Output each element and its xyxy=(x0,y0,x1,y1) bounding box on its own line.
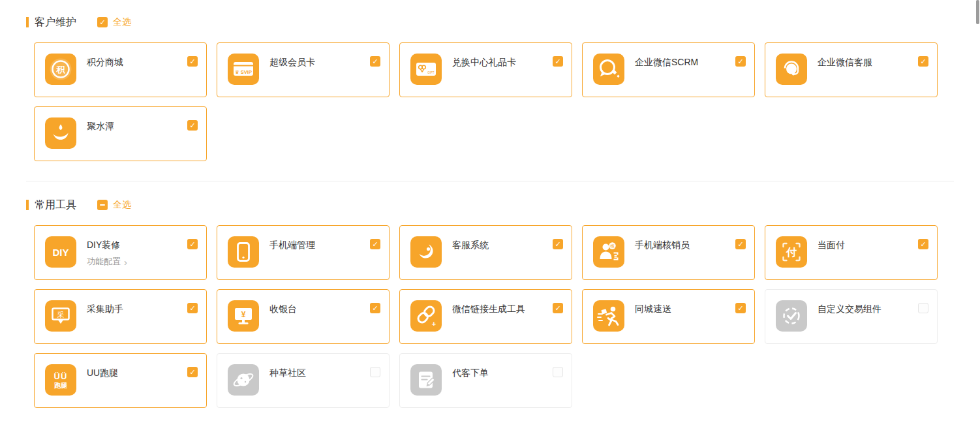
select-all-checkbox[interactable] xyxy=(97,200,108,210)
service-system-icon xyxy=(410,236,442,268)
app-label: 代客下单 xyxy=(452,367,489,379)
app-checkbox[interactable] xyxy=(187,367,198,377)
app-label: 客服系统 xyxy=(452,240,489,251)
city-delivery-icon xyxy=(593,300,624,332)
app-checkbox[interactable] xyxy=(553,303,563,313)
app-checkbox[interactable] xyxy=(370,239,380,249)
svg-text:¥: ¥ xyxy=(241,310,246,319)
select-all-checkbox[interactable] xyxy=(97,17,108,27)
app-label: UU跑腿 xyxy=(87,367,118,379)
cashier-icon: ¥ xyxy=(228,300,259,332)
app-card[interactable]: 积 积分商城 xyxy=(34,42,207,97)
section-customer-maintenance: 客户维护 全选 积 积分商城 ♛ SVIP 超级会员卡 GIFT 兑换中心礼品卡… xyxy=(26,16,954,161)
section-common-tools: 常用工具 全选 DIY DIY装修 功能配置› 手机端管理 客服系统 核 手机端… xyxy=(26,199,954,408)
app-card[interactable]: DIY DIY装修 功能配置› xyxy=(34,225,207,280)
app-label: 微信链接生成工具 xyxy=(452,304,525,315)
valet-order-icon xyxy=(410,364,442,396)
app-checkbox[interactable] xyxy=(187,239,198,249)
svg-text:跑腿: 跑腿 xyxy=(54,382,68,389)
app-checkbox[interactable] xyxy=(918,303,928,313)
app-card[interactable]: 付 当面付 xyxy=(765,225,938,280)
svg-text:GIFT: GIFT xyxy=(427,71,434,74)
chevron-right-icon: › xyxy=(124,257,127,267)
section-header: 客户维护 全选 xyxy=(26,16,954,28)
app-checkbox[interactable] xyxy=(553,367,563,377)
app-card[interactable]: GIFT 兑换中心礼品卡 xyxy=(399,42,572,97)
app-card[interactable]: ÜÜ跑腿 UU跑腿 xyxy=(34,353,207,408)
svg-text:♛ SVIP: ♛ SVIP xyxy=(235,69,252,75)
app-label: 同城速送 xyxy=(635,304,671,315)
diy-icon: DIY xyxy=(45,236,76,268)
app-checkbox[interactable] xyxy=(553,239,563,249)
app-card[interactable]: 企业微信SCRM xyxy=(582,42,755,97)
svg-text:付: 付 xyxy=(786,247,797,258)
app-label: 手机端核销员 xyxy=(635,240,690,251)
section-divider xyxy=(26,181,954,181)
section-header: 常用工具 全选 xyxy=(26,199,954,211)
mobile-admin-icon xyxy=(228,236,259,268)
app-checkbox[interactable] xyxy=(553,56,563,67)
svg-text:DIY: DIY xyxy=(52,247,69,258)
app-checkbox[interactable] xyxy=(187,56,198,67)
app-label: 积分商城 xyxy=(87,57,123,69)
app-checkbox[interactable] xyxy=(370,367,380,377)
config-link-label: 功能配置 xyxy=(87,256,121,268)
wecom-scrm-icon xyxy=(593,54,624,85)
app-label: 收银台 xyxy=(269,304,297,315)
app-label: 手机端管理 xyxy=(269,240,315,251)
app-label: 自定义交易组件 xyxy=(818,304,881,315)
app-label: 兑换中心礼品卡 xyxy=(452,57,516,69)
app-card[interactable]: 手机端管理 xyxy=(217,225,390,280)
app-card[interactable]: 采 采集助手 xyxy=(34,289,207,344)
app-grid: DIY DIY装修 功能配置› 手机端管理 客服系统 核 手机端核销员 付 当面… xyxy=(34,225,941,408)
app-checkbox[interactable] xyxy=(187,120,198,131)
app-card[interactable]: 客服系统 xyxy=(399,225,572,280)
collect-helper-icon: 采 xyxy=(45,300,76,332)
select-all[interactable]: 全选 xyxy=(97,199,131,211)
svg-text:积: 积 xyxy=(56,65,66,74)
app-card[interactable]: 自定义交易组件 xyxy=(765,289,938,344)
section-accent-bar xyxy=(26,200,29,210)
app-card[interactable]: 种草社区 xyxy=(217,353,390,408)
app-grid: 积 积分商城 ♛ SVIP 超级会员卡 GIFT 兑换中心礼品卡 企业微信SCR… xyxy=(34,42,941,161)
section-title: 常用工具 xyxy=(35,199,76,211)
svg-text:ÜÜ: ÜÜ xyxy=(54,371,68,381)
select-all[interactable]: 全选 xyxy=(97,16,131,28)
face-pay-icon: 付 xyxy=(776,236,807,268)
mobile-verifier-icon: 核 xyxy=(593,236,624,268)
app-checkbox[interactable] xyxy=(187,303,198,313)
uu-errand-icon: ÜÜ跑腿 xyxy=(45,364,76,396)
grass-community-icon xyxy=(228,364,259,396)
app-checkbox[interactable] xyxy=(370,56,380,67)
wecom-service-icon xyxy=(776,54,807,85)
app-card[interactable]: ¥ 收银台 xyxy=(217,289,390,344)
scrollbar-thumb[interactable] xyxy=(976,0,979,24)
app-card[interactable]: 聚水潭 xyxy=(34,106,207,161)
svg-text:核: 核 xyxy=(609,243,615,248)
app-checkbox[interactable] xyxy=(735,239,746,249)
section-accent-bar xyxy=(26,17,29,27)
svg-text:采: 采 xyxy=(57,311,65,319)
app-card[interactable]: 核 手机端核销员 xyxy=(582,225,755,280)
wechat-link-icon: + xyxy=(410,300,442,332)
app-card[interactable]: + 微信链接生成工具 xyxy=(399,289,572,344)
app-card[interactable]: 企业微信客服 xyxy=(765,42,938,97)
app-label: DIY装修 xyxy=(87,240,120,251)
app-card[interactable]: 同城速送 xyxy=(582,289,755,344)
app-card[interactable]: ♛ SVIP 超级会员卡 xyxy=(217,42,390,97)
app-checkbox[interactable] xyxy=(918,56,928,67)
app-checkbox[interactable] xyxy=(735,56,746,67)
select-all-label: 全选 xyxy=(113,199,131,211)
jushuitan-icon xyxy=(45,117,76,149)
custom-trade-icon xyxy=(776,300,807,332)
app-card[interactable]: 代客下单 xyxy=(399,353,572,408)
app-checkbox[interactable] xyxy=(370,303,380,313)
config-link[interactable]: 功能配置› xyxy=(87,256,127,268)
app-checkbox[interactable] xyxy=(918,239,928,249)
svip-card-icon: ♛ SVIP xyxy=(228,54,259,85)
app-plugins-page: 客户维护 全选 积 积分商城 ♛ SVIP 超级会员卡 GIFT 兑换中心礼品卡… xyxy=(0,0,980,421)
app-label: 当面付 xyxy=(818,240,845,251)
app-checkbox[interactable] xyxy=(735,303,746,313)
points-mall-icon: 积 xyxy=(45,54,76,85)
gift-card-icon: GIFT xyxy=(410,54,442,85)
